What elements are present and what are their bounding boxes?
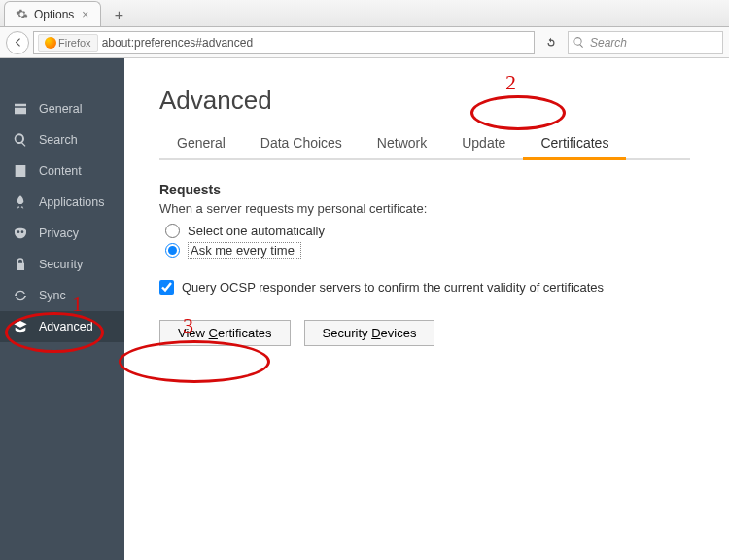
requests-desc: When a server requests my personal certi… (159, 201, 729, 216)
document-icon (12, 162, 29, 180)
sidebar-item-label: Applications (39, 195, 104, 209)
search-box[interactable]: Search (568, 31, 723, 54)
sidebar-item-general[interactable]: General (0, 93, 124, 124)
preferences-content: General Search Content Applications Priv… (0, 58, 729, 560)
mask-icon (12, 225, 29, 242)
identity-box[interactable]: Firefox (38, 34, 98, 52)
radio-select-auto-label: Select one automatically (188, 224, 325, 238)
browser-tab-title: Options (34, 8, 74, 21)
new-tab-button[interactable]: + (107, 5, 130, 26)
security-devices-button[interactable]: Security Devices (304, 320, 435, 346)
sidebar-item-content[interactable]: Content (0, 156, 124, 187)
lock-icon (12, 256, 29, 273)
radio-ask-every-time-label: Ask me every time (188, 242, 301, 259)
sidebar-item-security[interactable]: Security (0, 249, 124, 280)
radio-ask-every-time[interactable]: Ask me every time (159, 240, 729, 261)
sidebar-item-label: Privacy (39, 227, 79, 240)
radio-ask-every-time-input[interactable] (165, 243, 180, 258)
requests-section: Requests When a server requests my perso… (159, 182, 729, 346)
view-certificates-button[interactable]: View Certificates (159, 320, 291, 346)
sidebar-item-label: Content (39, 164, 82, 178)
nav-toolbar: Firefox about:preferences#advanced Searc… (0, 27, 729, 58)
sidebar-item-label: Security (39, 258, 83, 271)
sidebar-item-label: Search (39, 133, 78, 147)
ocsp-label: Query OCSP responder servers to confirm … (182, 280, 604, 295)
reload-button[interactable] (538, 31, 564, 54)
radio-select-auto-input[interactable] (165, 224, 180, 238)
sidebar-item-search[interactable]: Search (0, 124, 124, 156)
url-bar[interactable]: Firefox about:preferences#advanced (33, 31, 535, 54)
close-tab-icon[interactable]: × (80, 8, 90, 21)
sync-icon (12, 287, 29, 304)
sidebar-item-label: Advanced (39, 320, 93, 333)
radio-select-auto[interactable]: Select one automatically (159, 222, 729, 240)
category-sidebar: General Search Content Applications Priv… (0, 58, 124, 560)
sidebar-item-sync[interactable]: Sync (0, 280, 124, 311)
search-placeholder: Search (590, 36, 627, 50)
tab-strip: Options × + (0, 0, 729, 27)
window-icon (12, 100, 29, 118)
page-title: Advanced (159, 86, 729, 116)
annotation-circle-3 (119, 340, 270, 383)
rocket-icon (12, 193, 29, 211)
identity-label: Firefox (58, 37, 91, 49)
sidebar-item-privacy[interactable]: Privacy (0, 218, 124, 249)
tab-certificates[interactable]: Certificates (523, 129, 626, 158)
back-button[interactable] (6, 31, 29, 54)
search-icon (573, 36, 586, 50)
sidebar-item-advanced[interactable]: Advanced (0, 311, 124, 342)
ocsp-checkbox[interactable] (159, 280, 174, 295)
advanced-tabs: General Data Choices Network Update Cert… (159, 129, 690, 160)
gear-icon (15, 8, 28, 21)
cert-buttons: View Certificates Security Devices (159, 320, 729, 346)
tab-general[interactable]: General (159, 129, 243, 158)
url-text: about:preferences#advanced (102, 36, 253, 50)
tab-data-choices[interactable]: Data Choices (243, 129, 360, 158)
requests-heading: Requests (159, 182, 729, 197)
sidebar-item-label: Sync (39, 289, 66, 302)
magnifier-icon (12, 131, 29, 149)
ocsp-checkbox-row[interactable]: Query OCSP responder servers to confirm … (159, 280, 729, 295)
firefox-icon (45, 37, 56, 49)
sidebar-item-applications[interactable]: Applications (0, 187, 124, 218)
sidebar-item-label: General (39, 102, 82, 116)
hat-icon (12, 318, 29, 335)
tab-network[interactable]: Network (360, 129, 444, 158)
advanced-pane: Advanced General Data Choices Network Up… (124, 58, 729, 560)
tab-update[interactable]: Update (444, 129, 523, 158)
browser-tab-options[interactable]: Options × (4, 1, 101, 26)
